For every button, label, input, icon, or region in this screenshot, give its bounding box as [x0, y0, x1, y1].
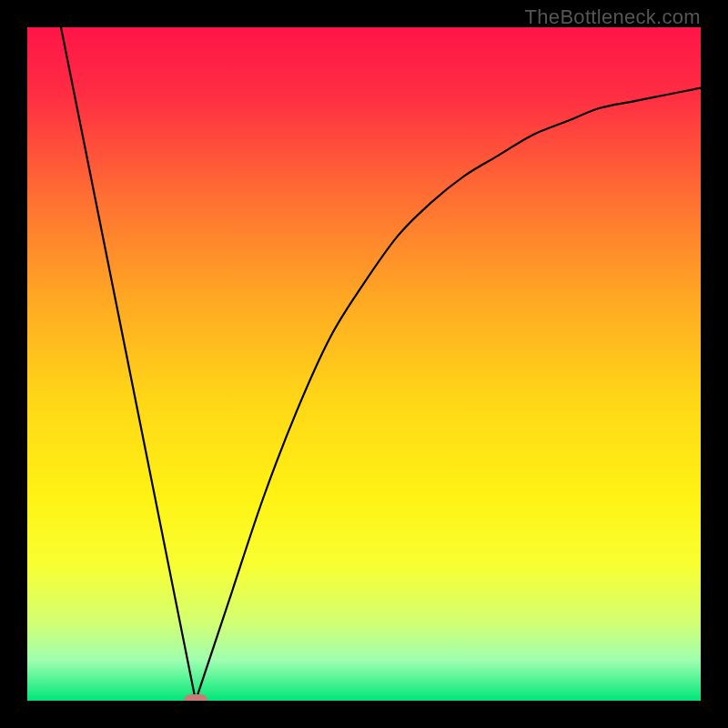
plot-area: [27, 27, 701, 701]
minimum-marker: [184, 694, 207, 701]
data-curve: [27, 27, 701, 701]
watermark-text: TheBottleneck.com: [525, 5, 701, 29]
chart-frame: TheBottleneck.com: [0, 0, 728, 728]
